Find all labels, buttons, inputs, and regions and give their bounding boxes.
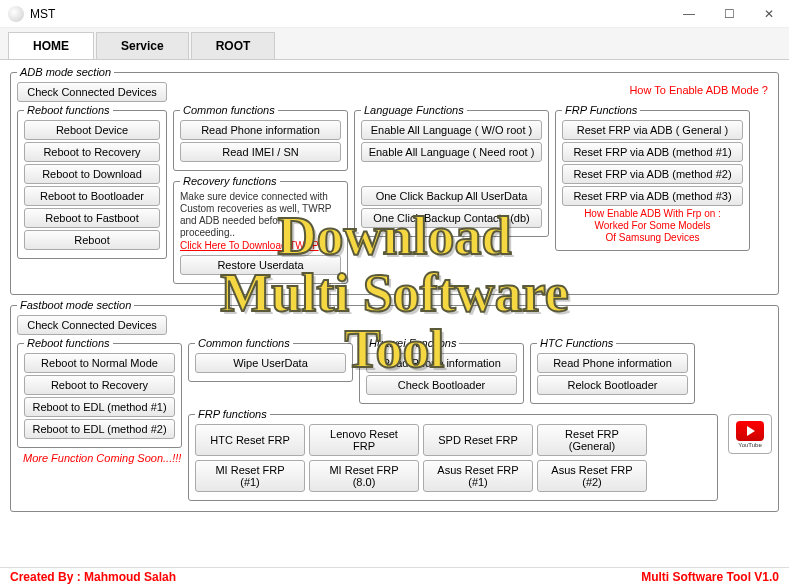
- frp-note: How Enable ADB With Frp on : Worked For …: [562, 208, 743, 244]
- htc-title: HTC Functions: [537, 337, 616, 349]
- reset-frp-general-button[interactable]: Reset FRP (General): [537, 424, 647, 456]
- reboot-fastboot-button[interactable]: Reboot to Fastboot: [24, 208, 160, 228]
- htc-relock-bootloader-button[interactable]: Relock Bootloader: [537, 375, 688, 395]
- mi-reset-frp8-button[interactable]: MI Reset FRP (8.0): [309, 460, 419, 492]
- htc-functions: HTC Functions Read Phone information Rel…: [530, 337, 695, 404]
- language-title: Language Functions: [361, 104, 467, 116]
- reboot-download-button[interactable]: Reboot to Download: [24, 164, 160, 184]
- enable-lang-wo-root-button[interactable]: Enable All Language ( W/O root ): [361, 120, 542, 140]
- main-tabs: HOME Service ROOT: [0, 28, 789, 60]
- fastboot-check-devices-button[interactable]: Check Connected Devices: [17, 315, 167, 335]
- reboot-recovery-button[interactable]: Reboot to Recovery: [24, 142, 160, 162]
- youtube-icon: [736, 421, 764, 441]
- asus-reset-frp2-button[interactable]: Asus Reset FRP (#2): [537, 460, 647, 492]
- fastboot-reboot-title: Reboot functions: [24, 337, 113, 349]
- youtube-button[interactable]: YouTube: [728, 414, 772, 454]
- asus-reset-frp1-button[interactable]: Asus Reset FRP (#1): [423, 460, 533, 492]
- reboot-edl2-button[interactable]: Reboot to EDL (method #2): [24, 419, 175, 439]
- fastboot-frp-title: FRP functions: [195, 408, 270, 420]
- fastboot-common-title: Common functions: [195, 337, 293, 349]
- fastboot-frp-functions: FRP functions HTC Reset FRP Lenovo Reset…: [188, 408, 718, 501]
- wipe-userdata-button[interactable]: Wipe UserData: [195, 353, 346, 373]
- tab-root[interactable]: ROOT: [191, 32, 276, 59]
- adb-recovery-functions: Recovery functions Make sure device conn…: [173, 175, 348, 284]
- fastboot-reboot-functions: Reboot functions Reboot to Normal Mode R…: [17, 337, 182, 448]
- tab-service[interactable]: Service: [96, 32, 189, 59]
- fastboot-common-functions: Common functions Wipe UserData: [188, 337, 353, 382]
- titlebar: MST — ☐ ✕: [0, 0, 789, 28]
- minimize-button[interactable]: —: [669, 0, 709, 28]
- reboot-normal-button[interactable]: Reboot to Normal Mode: [24, 353, 175, 373]
- adb-common-functions: Common functions Read Phone information …: [173, 104, 348, 171]
- app-icon: [8, 6, 24, 22]
- tab-home[interactable]: HOME: [8, 32, 94, 59]
- created-by: Created By : Mahmoud Salah: [10, 570, 176, 584]
- huawei-check-bootloader-button[interactable]: Check Bootloader: [366, 375, 517, 395]
- frp-general-button[interactable]: Reset FRP via ADB ( General ): [562, 120, 743, 140]
- read-imei-button[interactable]: Read IMEI / SN: [180, 142, 341, 162]
- reboot-edl1-button[interactable]: Reboot to EDL (method #1): [24, 397, 175, 417]
- reboot-button[interactable]: Reboot: [24, 230, 160, 250]
- htc-read-phone-button[interactable]: Read Phone information: [537, 353, 688, 373]
- reboot-device-button[interactable]: Reboot Device: [24, 120, 160, 140]
- close-button[interactable]: ✕: [749, 0, 789, 28]
- lenovo-reset-frp-button[interactable]: Lenovo Reset FRP: [309, 424, 419, 456]
- howto-adb-link[interactable]: How To Enable ADB Mode ?: [629, 84, 768, 96]
- window-title: MST: [30, 7, 669, 21]
- adb-reboot-title: Reboot functions: [24, 104, 113, 116]
- adb-common-title: Common functions: [180, 104, 278, 116]
- huawei-title: Huawei Functions: [366, 337, 459, 349]
- spd-reset-frp-button[interactable]: SPD Reset FRP: [423, 424, 533, 456]
- htc-reset-frp-button[interactable]: HTC Reset FRP: [195, 424, 305, 456]
- fastboot-section: Fastboot mode section Check Connected De…: [10, 299, 779, 512]
- read-phone-info-button[interactable]: Read Phone information: [180, 120, 341, 140]
- fastboot-section-title: Fastboot mode section: [17, 299, 134, 311]
- language-functions: Language Functions Enable All Language (…: [354, 104, 549, 237]
- adb-section-title: ADB mode section: [17, 66, 114, 78]
- adb-reboot-functions: Reboot functions Reboot Device Reboot to…: [17, 104, 167, 259]
- mi-reset-frp1-button[interactable]: MI Reset FRP (#1): [195, 460, 305, 492]
- frp-method3-button[interactable]: Reset FRP via ADB (method #3): [562, 186, 743, 206]
- enable-lang-need-root-button[interactable]: Enable All Language ( Need root ): [361, 142, 542, 162]
- huawei-functions: Huawei Functions Read Phone information …: [359, 337, 524, 404]
- backup-userdata-button[interactable]: One Click Backup All UserData: [361, 186, 542, 206]
- frp-method2-button[interactable]: Reset FRP via ADB (method #2): [562, 164, 743, 184]
- adb-recovery-title: Recovery functions: [180, 175, 280, 187]
- reboot-bootloader-button[interactable]: Reboot to Bootloader: [24, 186, 160, 206]
- maximize-button[interactable]: ☐: [709, 0, 749, 28]
- adb-check-devices-button[interactable]: Check Connected Devices: [17, 82, 167, 102]
- huawei-read-phone-button[interactable]: Read Phone information: [366, 353, 517, 373]
- more-function-soon: More Function Coming Soon...!!!: [23, 452, 182, 464]
- youtube-label: YouTube: [738, 442, 762, 448]
- version-label: Multi Software Tool V1.0: [641, 570, 779, 584]
- restore-userdata-button[interactable]: Restore Userdata: [180, 255, 341, 275]
- frp-method1-button[interactable]: Reset FRP via ADB (method #1): [562, 142, 743, 162]
- adb-section: ADB mode section How To Enable ADB Mode …: [10, 66, 779, 295]
- download-twrp-link[interactable]: Click Here To Download TWRP: [180, 240, 341, 251]
- recovery-note: Make sure device connected with Custom r…: [180, 191, 341, 239]
- frp-title: FRP Functions: [562, 104, 640, 116]
- frp-functions: FRP Functions Reset FRP via ADB ( Genera…: [555, 104, 750, 251]
- fb-reboot-recovery-button[interactable]: Reboot to Recovery: [24, 375, 175, 395]
- backup-contacts-button[interactable]: One Click Backup Contacts (db): [361, 208, 542, 228]
- footer: Created By : Mahmoud Salah Multi Softwar…: [0, 567, 789, 586]
